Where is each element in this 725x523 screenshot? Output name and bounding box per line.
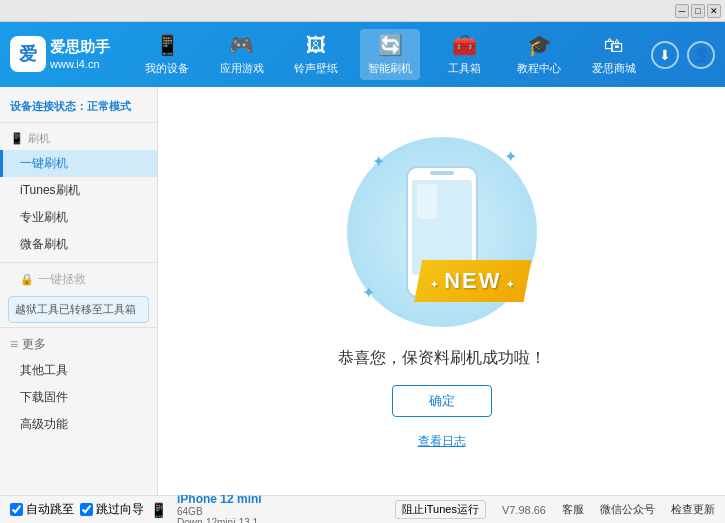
stop-itunes-button[interactable]: 阻止iTunes运行: [395, 500, 486, 519]
brand-url: www.i4.cn: [50, 57, 110, 72]
nav-tutorials-label: 教程中心: [517, 61, 561, 76]
confirm-button[interactable]: 确定: [392, 385, 492, 417]
sparkle-icon-tr: ✦: [504, 147, 517, 166]
window-controls[interactable]: ─ □ ✕: [675, 4, 721, 18]
svg-rect-4: [417, 184, 437, 219]
auto-jump-label: 自动跳至: [26, 501, 74, 518]
footer-left: 自动跳至 跳过向导 📱 iPhone 12 mini 64GB Down-12m…: [10, 492, 262, 524]
sidebar-download-firmware[interactable]: 下载固件: [0, 384, 157, 411]
device-icon: 📱: [155, 33, 180, 57]
logo-icon: 爱: [10, 36, 46, 72]
sidebar-itunes-flash[interactable]: iTunes刷机: [0, 177, 157, 204]
nav-bar: 📱 我的设备 🎮 应用游戏 🖼 铃声壁纸 🔄 智能刷机 🧰 工具箱 🎓 教程中心…: [130, 29, 651, 80]
guide-link[interactable]: 查看日志: [418, 433, 466, 450]
connection-status: 设备连接状态：正常模式: [0, 95, 157, 123]
footer: 自动跳至 跳过向导 📱 iPhone 12 mini 64GB Down-12m…: [0, 495, 725, 523]
version-label: V7.98.66: [502, 504, 546, 516]
nav-smart-flash[interactable]: 🔄 智能刷机: [360, 29, 420, 80]
phone-illustration: ✦ ✦ ✦ NEW: [342, 132, 542, 332]
nav-wallpaper-label: 铃声壁纸: [294, 61, 338, 76]
divider-1: [0, 262, 157, 263]
sparkle-icon-tl: ✦: [372, 152, 385, 171]
header-right: ⬇ 👤: [651, 41, 715, 69]
nav-my-device[interactable]: 📱 我的设备: [137, 29, 197, 80]
flash-section-title: 📱 刷机: [0, 127, 157, 150]
nav-wallpaper[interactable]: 🖼 铃声壁纸: [286, 30, 346, 80]
nav-apps-label: 应用游戏: [220, 61, 264, 76]
sidebar-advanced[interactable]: 高级功能: [0, 411, 157, 438]
flash-icon: 🔄: [378, 33, 403, 57]
title-bar: ─ □ ✕: [0, 0, 725, 22]
nav-smart-flash-label: 智能刷机: [368, 61, 412, 76]
device-version: Down-12mini-13,1: [177, 517, 262, 524]
download-button[interactable]: ⬇: [651, 41, 679, 69]
lock-icon: 🔒: [20, 273, 34, 286]
skip-wizard-input[interactable]: [80, 503, 93, 516]
header: 爱 爱思助手 www.i4.cn 📱 我的设备 🎮 应用游戏 🖼 铃声壁纸 🔄 …: [0, 22, 725, 87]
sidebar-backup-flash[interactable]: 微备刷机: [0, 231, 157, 258]
store-icon: 🛍: [604, 34, 624, 57]
footer-right: 阻止iTunes运行 V7.98.66 客服 微信公众号 检查更新: [395, 500, 715, 519]
main-content: ✦ ✦ ✦ NEW: [158, 87, 725, 495]
sidebar: 设备连接状态：正常模式 📱 刷机 一键刷机 iTunes刷机 专业刷机 微备刷机…: [0, 87, 158, 495]
sidebar-one-click-flash[interactable]: 一键刷机: [0, 150, 157, 177]
success-message: 恭喜您，保资料刷机成功啦！: [338, 348, 546, 369]
logo-text: 爱思助手 www.i4.cn: [50, 36, 110, 72]
tutorials-icon: 🎓: [527, 33, 552, 57]
brand-name: 爱思助手: [50, 36, 110, 57]
sidebar-other-tools[interactable]: 其他工具: [0, 357, 157, 384]
device-info-row: 📱 iPhone 12 mini 64GB Down-12mini-13,1: [150, 492, 262, 524]
status-label: 设备连接状态：: [10, 100, 87, 112]
check-update-link[interactable]: 检查更新: [671, 502, 715, 517]
status-value: 正常模式: [87, 100, 131, 112]
itunes-status: 阻止iTunes运行: [395, 500, 486, 519]
device-phone-icon: 📱: [150, 502, 167, 518]
wallpaper-icon: 🖼: [306, 34, 326, 57]
toolbox-icon: 🧰: [452, 33, 477, 57]
svg-rect-2: [430, 171, 454, 175]
more-section-title: ≡ 更多: [0, 332, 157, 357]
nav-tutorials[interactable]: 🎓 教程中心: [509, 29, 569, 80]
sidebar-professional-flash[interactable]: 专业刷机: [0, 204, 157, 231]
divider-2: [0, 327, 157, 328]
maximize-button[interactable]: □: [691, 4, 705, 18]
new-banner: NEW: [414, 260, 531, 302]
auto-jump-input[interactable]: [10, 503, 23, 516]
nav-toolbox-label: 工具箱: [448, 61, 481, 76]
user-button[interactable]: 👤: [687, 41, 715, 69]
auto-jump-checkbox[interactable]: 自动跳至: [10, 501, 74, 518]
minimize-button[interactable]: ─: [675, 4, 689, 18]
skip-wizard-checkbox[interactable]: 跳过向导: [80, 501, 144, 518]
sidebar-rescue-disabled: 🔒 一键拯救: [0, 267, 157, 292]
nav-toolbox[interactable]: 🧰 工具箱: [435, 29, 495, 80]
device-storage: 64GB: [177, 506, 262, 517]
nav-store[interactable]: 🛍 爱思商城: [584, 30, 644, 80]
main-container: 设备连接状态：正常模式 📱 刷机 一键刷机 iTunes刷机 专业刷机 微备刷机…: [0, 87, 725, 495]
flash-section-icon: 📱: [10, 132, 24, 145]
logo: 爱 爱思助手 www.i4.cn: [10, 36, 110, 72]
nav-my-device-label: 我的设备: [145, 61, 189, 76]
success-panel: ✦ ✦ ✦ NEW: [338, 132, 546, 450]
customer-service-link[interactable]: 客服: [562, 502, 584, 517]
apps-icon: 🎮: [229, 33, 254, 57]
rescue-notice: 越狱工具已转移至工具箱: [8, 296, 149, 323]
new-ribbon: NEW: [414, 260, 531, 302]
nav-apps[interactable]: 🎮 应用游戏: [212, 29, 272, 80]
wechat-public-link[interactable]: 微信公众号: [600, 502, 655, 517]
sparkle-icon-bl: ✦: [362, 283, 375, 302]
skip-wizard-label: 跳过向导: [96, 501, 144, 518]
device-info: iPhone 12 mini 64GB Down-12mini-13,1: [177, 492, 262, 524]
nav-store-label: 爱思商城: [592, 61, 636, 76]
close-button[interactable]: ✕: [707, 4, 721, 18]
menu-icon: ≡: [10, 336, 18, 352]
